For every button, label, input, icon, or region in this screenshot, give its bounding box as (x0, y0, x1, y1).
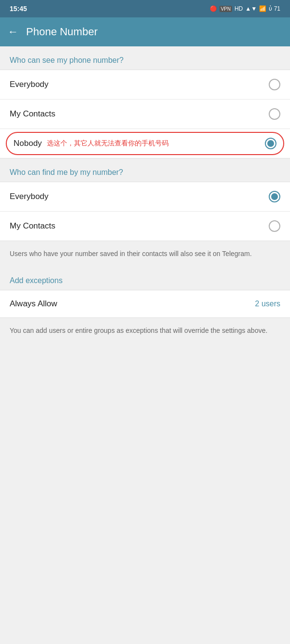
status-icons: 🔴 VPN HD ▲▼ 📶 ὐ‌️ 71 (210, 5, 280, 12)
option-mycontacts1[interactable]: My Contacts (0, 100, 290, 129)
back-button[interactable]: ← (8, 26, 18, 38)
section2-info: Users who have your number saved in thei… (0, 241, 290, 267)
signal-icon: HD (234, 5, 243, 12)
section2-label: Who can find me by my number? (0, 158, 290, 182)
option-everybody2-label: Everybody (10, 192, 48, 201)
radio-mycontacts1[interactable] (269, 108, 280, 120)
always-allow-label: Always Allow (10, 299, 57, 309)
status-time: 15:45 (10, 5, 27, 13)
bottom-area (0, 343, 290, 488)
nobody-inner: Nobody 选这个，其它人就无法查看你的手机号码 (14, 139, 265, 148)
option-nobody-label: Nobody (14, 139, 42, 148)
section1-options: Everybody My Contacts Nobody 选这个，其它人就无法查… (0, 70, 290, 158)
section1-label: Who can see my phone number? (0, 46, 290, 70)
option-mycontacts2[interactable]: My Contacts (0, 212, 290, 241)
radio-mycontacts2[interactable] (269, 220, 280, 232)
vpn-badge: VPN (219, 6, 232, 12)
nobody-annotation: 选这个，其它人就无法查看你的手机号码 (47, 139, 169, 148)
wifi-icon: 📶 (259, 5, 266, 12)
always-allow-row[interactable]: Always Allow 2 users (0, 290, 290, 318)
content: Who can see my phone number? Everybody M… (0, 46, 290, 488)
option-nobody-wrapper[interactable]: Nobody 选这个，其它人就无法查看你的手机号码 (0, 129, 290, 158)
option-mycontacts1-label: My Contacts (10, 109, 55, 119)
header: ← Phone Number (0, 17, 290, 46)
always-allow-value: 2 users (255, 300, 280, 308)
option-everybody2[interactable]: Everybody (0, 182, 290, 212)
status-bar: 15:45 🔴 VPN HD ▲▼ 📶 ὐ‌️ 71 (0, 0, 290, 17)
radio-nobody[interactable] (265, 138, 276, 149)
section2-options: Everybody My Contacts (0, 182, 290, 241)
radio-everybody1[interactable] (269, 79, 280, 90)
bluetooth-icon: 🔴 (210, 5, 217, 12)
network-icon: ▲▼ (246, 5, 257, 12)
option-mycontacts2-label: My Contacts (10, 221, 55, 231)
radio-everybody2[interactable] (269, 191, 280, 202)
option-everybody1[interactable]: Everybody (0, 70, 290, 100)
exceptions-info: You can add users or entire groups as ex… (0, 318, 290, 343)
nobody-oval: Nobody 选这个，其它人就无法查看你的手机号码 (6, 132, 284, 155)
add-exceptions-label[interactable]: Add exceptions (0, 267, 290, 290)
option-everybody1-label: Everybody (10, 80, 48, 89)
battery-icon: ὐ‌️ 71 (269, 5, 280, 12)
page-title: Phone Number (26, 26, 98, 38)
